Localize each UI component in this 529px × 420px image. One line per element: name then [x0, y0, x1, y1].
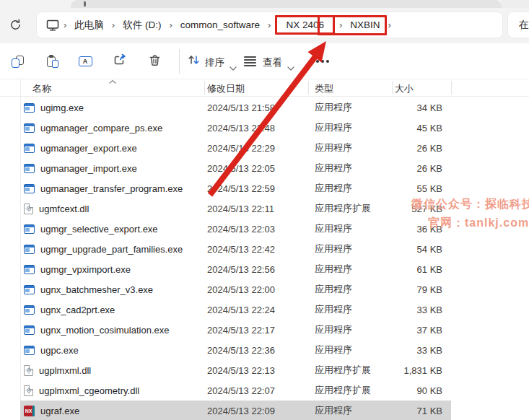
breadcrumb-item[interactable]: common_software: [175, 19, 266, 30]
file-name-cell: ugmgr_selective_export.exe: [24, 224, 204, 235]
file-row[interactable]: ugmgr_vpximport.exe2024/5/13 22:56应用程序61…: [20, 259, 451, 279]
file-name: ugmanager_compare_ps.exe: [40, 123, 162, 134]
file-size: 26 KB: [392, 163, 448, 174]
delete-button[interactable]: [146, 53, 163, 70]
refresh-icon: [9, 18, 22, 35]
file-type: 应用程序: [308, 182, 392, 195]
file-size: 71 KB: [392, 406, 448, 416]
file-name-cell: ugplmxml_cgeometry.dll: [24, 385, 204, 396]
file-type: 应用程序: [308, 323, 392, 336]
watermark-line2: 官网：tanlkj.com: [428, 216, 529, 231]
file-explorer-window: { "address_bar": { "breadcrumbs": [ { "l…: [0, 0, 529, 420]
file-size: 90 KB: [392, 385, 448, 396]
file-date: 2024/5/13 22:11: [204, 204, 308, 214]
more-dots-icon: [316, 60, 319, 63]
rename-button[interactable]: A: [76, 53, 94, 70]
view-label[interactable]: 查看: [263, 56, 282, 69]
paste-button[interactable]: [43, 53, 61, 70]
breadcrumb-chevron-icon[interactable]: ›: [266, 19, 273, 30]
file-date: 2024/5/13 22:24: [204, 305, 308, 315]
exe-file-icon: [24, 224, 35, 234]
file-size: 1,831 KB: [392, 365, 448, 376]
file-row[interactable]: ugmanager_compare_ps.exe2024/5/13 22:48应…: [20, 118, 451, 138]
rename-icon: A: [79, 56, 92, 66]
exe-file-icon: [24, 325, 35, 335]
file-date: 2024/5/13 22:05: [204, 163, 308, 174]
file-name-cell: ugmgr_vpximport.exe: [24, 264, 204, 275]
file-row[interactable]: NXugraf.exe2024/5/13 22:09应用程序71 KB: [20, 401, 451, 420]
file-name-cell: ugmanager_export.exe: [24, 143, 204, 154]
dll-file-icon: [24, 385, 33, 396]
gear-icon: [27, 206, 31, 211]
breadcrumb-chevron-icon[interactable]: ›: [110, 19, 117, 30]
command-toolbar: A 排序 查看: [0, 43, 529, 79]
address-bar[interactable]: ›此电脑›软件 (D:)›common_software›NX 2406›NXB…: [36, 12, 503, 38]
file-size: 34 KB: [392, 102, 448, 113]
file-row[interactable]: ugpc.exe2024/5/13 22:36应用程序33 KB: [20, 340, 451, 360]
gear-icon: [27, 368, 31, 372]
file-name-cell: ugimg.exe: [24, 102, 204, 113]
column-divider[interactable]: [204, 81, 205, 95]
file-row[interactable]: ugmanager_transfer_program.exe2024/5/13 …: [20, 178, 451, 198]
exe-file-icon: [24, 184, 35, 193]
copy-button[interactable]: [9, 53, 26, 70]
file-size: 33 KB: [392, 305, 448, 315]
file-name: ugplmxml_cgeometry.dll: [39, 385, 139, 396]
dll-file-icon: [24, 204, 33, 214]
file-row[interactable]: ugmfcext.dll2024/5/13 22:11应用程序扩展527 KB: [20, 198, 451, 219]
breadcrumb-chevron-icon[interactable]: ›: [167, 19, 174, 30]
refresh-button[interactable]: [6, 17, 25, 35]
file-date: 2024/5/13 22:17: [204, 325, 308, 336]
file-name-cell: ugmanager_compare_ps.exe: [24, 123, 204, 134]
column-header-row: 名称 修改日期 类型 大小: [0, 79, 529, 97]
file-size: 55 KB: [392, 183, 448, 194]
tab-icon-fragment: [84, 1, 86, 6]
sort-label[interactable]: 排序: [205, 56, 224, 69]
file-type: 应用程序: [308, 283, 392, 296]
search-input[interactable]: 在: [507, 12, 529, 38]
file-row[interactable]: ugmanager_export.exe2024/5/13 22:29应用程序2…: [20, 138, 451, 158]
column-divider[interactable]: [451, 81, 452, 95]
file-type: 应用程序: [308, 344, 392, 356]
file-row[interactable]: ugmgr_upgrade_part_families.exe2024/5/13…: [20, 239, 451, 259]
file-type: 应用程序: [308, 141, 392, 154]
file-size: 45 KB: [392, 123, 448, 134]
file-row[interactable]: ugnx_cad2prt.exe2024/5/13 22:24应用程序33 KB: [20, 299, 451, 320]
file-name: ugimg.exe: [40, 102, 84, 113]
column-header-name[interactable]: 名称: [32, 82, 51, 95]
column-header-type[interactable]: 类型: [315, 82, 333, 95]
file-row[interactable]: ugnx_motion_cosimulation.exe2024/5/13 22…: [20, 320, 451, 340]
view-button[interactable]: [241, 53, 258, 70]
file-size: 33 KB: [392, 345, 448, 356]
file-date: 2024/5/13 22:59: [204, 183, 308, 194]
file-type: 应用程序扩展: [308, 202, 392, 215]
file-size: 37 KB: [392, 325, 448, 336]
file-row[interactable]: ugplmxml_cgeometry.dll2024/5/13 22:07应用程…: [20, 380, 451, 401]
file-type: 应用程序: [308, 263, 392, 276]
nx-app-icon: NX: [24, 406, 35, 416]
file-row[interactable]: ugmanager_import.exe2024/5/13 22:05应用程序2…: [20, 158, 451, 178]
breadcrumb-chevron-icon[interactable]: ›: [61, 19, 69, 30]
column-header-date[interactable]: 修改日期: [207, 82, 245, 95]
file-name: ugmanager_transfer_program.exe: [40, 183, 183, 194]
breadcrumb-chevron-icon[interactable]: ›: [386, 19, 393, 30]
file-row[interactable]: ugplmxml.dll2024/5/13 22:13应用程序扩展1,831 K…: [20, 360, 451, 380]
file-name: ugmgr_selective_export.exe: [40, 224, 158, 235]
file-type: 应用程序: [308, 162, 392, 175]
column-header-size[interactable]: 大小: [395, 82, 414, 95]
more-options-button[interactable]: [309, 53, 326, 70]
breadcrumb-item[interactable]: 此电脑: [69, 19, 110, 32]
sort-button[interactable]: [185, 53, 202, 70]
file-row[interactable]: ugimg.exe2024/5/13 21:58应用程序34 KB: [20, 97, 451, 118]
file-row[interactable]: ugnx_batchmesher_v3.exe2024/5/13 22:00应用…: [20, 279, 451, 299]
file-date: 2024/5/13 22:42: [204, 244, 308, 255]
column-divider[interactable]: [392, 81, 393, 95]
window-top-area: ›此电脑›软件 (D:)›common_software›NX 2406›NXB…: [0, 0, 529, 43]
file-date: 2024/5/13 22:29: [204, 143, 308, 154]
column-divider[interactable]: [308, 81, 309, 95]
breadcrumb-item[interactable]: 软件 (D:): [117, 19, 167, 32]
file-name: ugmgr_vpximport.exe: [40, 264, 131, 275]
exe-file-icon: [24, 265, 35, 274]
file-row[interactable]: ugmgr_selective_export.exe2024/5/13 22:0…: [20, 219, 451, 239]
share-button[interactable]: [111, 53, 128, 70]
